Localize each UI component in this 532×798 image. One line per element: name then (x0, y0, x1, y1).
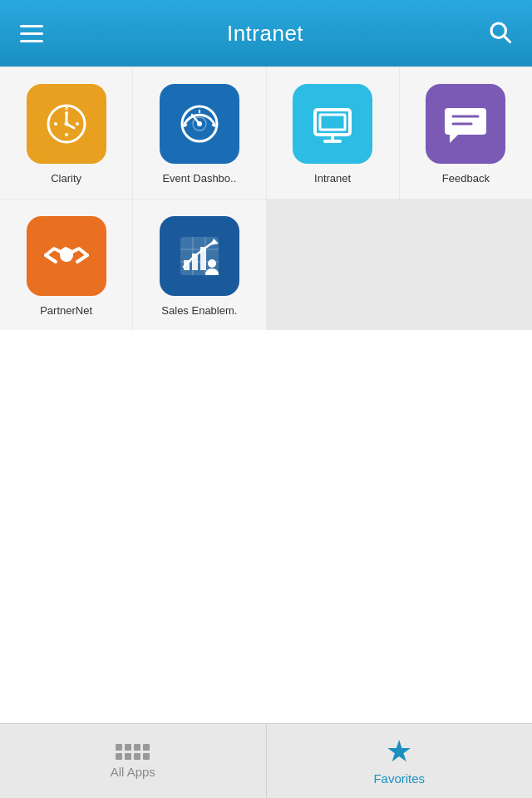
app-label-partnernet: PartnerNet (40, 304, 92, 318)
app-icon-partnernet (27, 216, 106, 296)
app-label-clarity: Clarity (51, 172, 81, 185)
svg-line-25 (46, 255, 56, 262)
svg-point-4 (65, 133, 68, 136)
all-apps-label: All Apps (111, 765, 155, 779)
svg-point-5 (54, 122, 57, 126)
app-item-event-dashboard[interactable]: Event Dashbo.. (133, 67, 265, 199)
app-icon-event-dashboard (160, 84, 239, 164)
bottom-nav: All Apps ★ Favorites (0, 723, 532, 798)
app-icon-intranet (293, 84, 372, 164)
menu-button[interactable] (20, 25, 43, 42)
nav-all-apps[interactable]: All Apps (0, 724, 267, 798)
app-label-intranet: Intranet (314, 172, 351, 185)
app-item-intranet[interactable]: Intranet (267, 67, 399, 199)
header: Intranet (0, 0, 532, 66)
app-label-event-dashboard: Event Dashbo.. (162, 172, 236, 185)
svg-text:$: $ (64, 104, 68, 111)
app-grid: $ Clarity Event Dashbo.. (0, 66, 532, 330)
svg-point-6 (76, 122, 79, 126)
svg-point-36 (208, 259, 216, 268)
svg-line-1 (505, 37, 510, 42)
favorites-icon: ★ (386, 736, 412, 766)
app-icon-sales-enablement (160, 216, 239, 296)
svg-point-9 (64, 122, 68, 126)
app-item-sales-enablement[interactable]: Sales Enablem. (133, 200, 265, 331)
app-item-feedback[interactable]: Feedback (400, 67, 532, 199)
page-title: Intranet (227, 21, 303, 47)
svg-line-26 (77, 255, 87, 262)
all-apps-icon (116, 744, 150, 760)
svg-rect-19 (320, 115, 345, 130)
app-icon-clarity: $ (27, 84, 106, 164)
content-area (0, 330, 532, 761)
app-label-sales-enablement: Sales Enablem. (161, 304, 237, 318)
app-item-partnernet[interactable]: PartnerNet (0, 200, 132, 331)
svg-point-16 (197, 121, 202, 126)
app-icon-feedback (426, 84, 505, 164)
app-item-clarity[interactable]: $ Clarity (0, 67, 132, 199)
favorites-label: Favorites (373, 771, 425, 786)
nav-favorites[interactable]: ★ Favorites (267, 724, 533, 798)
search-button[interactable] (487, 19, 512, 47)
app-label-feedback: Feedback (442, 172, 490, 185)
